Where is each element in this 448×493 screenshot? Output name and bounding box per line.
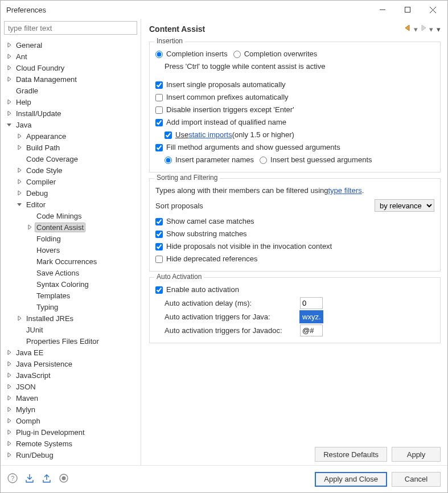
sort-proposals-select[interactable]: by relevance (375, 199, 434, 212)
tree-item-plug-in-development[interactable]: Plug-in Development (1, 426, 141, 438)
tree-item-installed-jres[interactable]: Installed JREs (1, 313, 141, 324)
cb-fill-method[interactable] (155, 144, 163, 151)
cb-camel[interactable] (155, 218, 163, 225)
export-icon[interactable] (42, 473, 52, 485)
back-dropdown-icon[interactable]: ▾ (414, 25, 418, 34)
chevron-right-icon[interactable] (15, 143, 23, 151)
apply-button[interactable]: Apply (392, 447, 441, 462)
apply-and-close-button[interactable]: Apply and Close (315, 472, 387, 487)
tree-item-run-debug[interactable]: Run/Debug (1, 449, 141, 461)
tree-item-maven[interactable]: Maven (1, 392, 141, 404)
chevron-right-icon[interactable] (5, 109, 13, 117)
menu-dropdown-icon[interactable]: ▾ (437, 25, 441, 34)
tree-item-editor[interactable]: Editor (1, 199, 141, 210)
tree-item-help[interactable]: Help (1, 96, 141, 108)
type-filters-link[interactable]: type filters (328, 186, 362, 196)
chevron-right-icon[interactable] (15, 189, 23, 197)
tree-item-junit[interactable]: JUnit (1, 324, 141, 335)
maximize-button[interactable] (395, 2, 420, 18)
chevron-right-icon[interactable] (5, 428, 13, 436)
tree-item-oomph[interactable]: Oomph (1, 415, 141, 426)
tree-item-folding[interactable]: Folding (1, 233, 141, 244)
cb-substring[interactable] (155, 231, 163, 238)
chevron-right-icon[interactable] (5, 439, 13, 447)
chevron-right-icon[interactable] (5, 98, 13, 106)
restore-defaults-button[interactable]: Restore Defaults (315, 447, 387, 462)
chevron-right-icon[interactable] (5, 75, 13, 83)
radio-insert-best-guess[interactable] (260, 157, 267, 164)
forward-dropdown-icon[interactable]: ▾ (429, 25, 433, 34)
cb-hide-deprecated[interactable] (155, 256, 163, 263)
tree-item-save-actions[interactable]: Save Actions (1, 267, 141, 278)
tree-item-code-coverage[interactable]: Code Coverage (1, 153, 141, 165)
tree-item-appearance[interactable]: Appearance (1, 130, 141, 142)
tree-item-java-persistence[interactable]: Java Persistence (1, 358, 141, 369)
cb-common-prefixes[interactable] (155, 94, 163, 101)
chevron-right-icon[interactable] (15, 132, 23, 140)
chevron-right-icon[interactable] (5, 405, 13, 413)
chevron-right-icon[interactable] (5, 394, 13, 402)
cb-enable-auto[interactable] (155, 286, 163, 294)
chevron-right-icon[interactable] (5, 371, 13, 379)
cancel-button[interactable]: Cancel (392, 472, 441, 487)
chevron-right-icon[interactable] (26, 223, 34, 231)
radio-insert-param-names[interactable] (165, 157, 172, 164)
back-icon[interactable] (404, 24, 413, 34)
chevron-right-icon[interactable] (5, 348, 13, 356)
cb-use-static-imports[interactable] (165, 132, 172, 139)
tree-item-content-assist[interactable]: Content Assist (1, 221, 141, 233)
chevron-right-icon[interactable] (5, 417, 13, 425)
chevron-right-icon[interactable] (5, 41, 13, 49)
auto-delay-input[interactable] (300, 297, 323, 309)
chevron-right-icon[interactable] (15, 314, 23, 322)
forward-icon[interactable] (419, 24, 428, 34)
tree-item-cloud-foundry[interactable]: Cloud Foundry (1, 62, 141, 73)
tree-item-code-minings[interactable]: Code Minings (1, 210, 141, 221)
tree-item-general[interactable]: General (1, 39, 141, 51)
chevron-right-icon[interactable] (5, 451, 13, 459)
chevron-down-icon[interactable] (5, 121, 13, 129)
auto-triggers-java-input[interactable] (300, 311, 323, 323)
tree-item-java-ee[interactable]: Java EE (1, 347, 141, 358)
tree-item-debug[interactable]: Debug (1, 187, 141, 199)
auto-triggers-javadoc-input[interactable] (300, 324, 323, 336)
cb-disable-triggers[interactable] (155, 106, 163, 114)
tree-item-build-path[interactable]: Build Path (1, 142, 141, 153)
chevron-down-icon[interactable] (15, 200, 23, 208)
tree-item-data-management[interactable]: Data Management (1, 73, 141, 85)
filter-input[interactable] (4, 21, 137, 35)
radio-completion-inserts[interactable] (155, 51, 163, 58)
tree-item-compiler[interactable]: Compiler (1, 176, 141, 187)
tree-item-typing[interactable]: Typing (1, 301, 141, 313)
tree-item-mylyn[interactable]: Mylyn (1, 404, 141, 415)
close-button[interactable] (420, 2, 445, 18)
tree-item-javascript[interactable]: JavaScript (1, 369, 141, 381)
radio-completion-overwrites[interactable] (233, 51, 241, 58)
preferences-tree[interactable]: GeneralAntCloud FoundryData ManagementGr… (1, 38, 141, 465)
static-imports-link[interactable]: static imports (188, 130, 232, 140)
cb-hide-not-visible[interactable] (155, 243, 163, 250)
tree-item-properties-files-editor[interactable]: Properties Files Editor (1, 335, 141, 347)
tree-item-templates[interactable]: Templates (1, 290, 141, 301)
chevron-right-icon[interactable] (15, 166, 23, 174)
tree-item-code-style[interactable]: Code Style (1, 165, 141, 176)
chevron-right-icon[interactable] (5, 52, 13, 60)
help-icon[interactable]: ? (7, 473, 18, 485)
oomph-record-icon[interactable] (59, 473, 69, 485)
tree-item-gradle[interactable]: Gradle (1, 85, 141, 96)
tree-item-ant[interactable]: Ant (1, 51, 141, 62)
cb-add-import[interactable] (155, 119, 163, 126)
chevron-right-icon[interactable] (5, 360, 13, 368)
tree-item-remote-systems[interactable]: Remote Systems (1, 438, 141, 449)
minimize-button[interactable] (370, 2, 395, 18)
tree-item-hovers[interactable]: Hovers (1, 244, 141, 256)
cb-single-proposals[interactable] (155, 81, 163, 89)
import-icon[interactable] (24, 473, 35, 485)
tree-item-java[interactable]: Java (1, 119, 141, 130)
chevron-right-icon[interactable] (15, 178, 23, 186)
chevron-right-icon[interactable] (5, 64, 13, 72)
chevron-right-icon[interactable] (5, 383, 13, 391)
tree-item-install-update[interactable]: Install/Update (1, 108, 141, 119)
tree-item-mark-occurrences[interactable]: Mark Occurrences (1, 256, 141, 267)
tree-item-syntax-coloring[interactable]: Syntax Coloring (1, 278, 141, 290)
